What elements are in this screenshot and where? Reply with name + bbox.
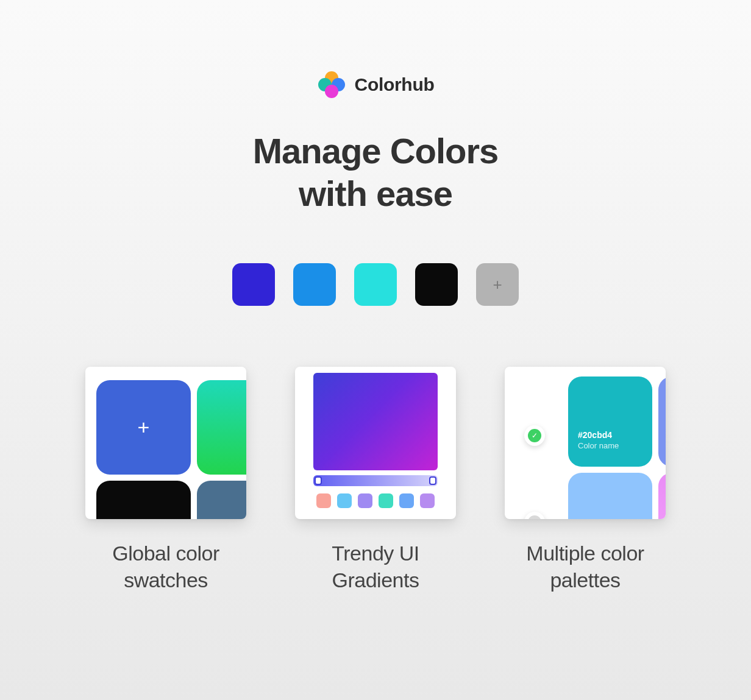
brand-name: Colorhub — [355, 74, 435, 95]
gradient-preview — [313, 373, 438, 470]
palette-color-name: Color name — [578, 441, 642, 450]
brand-header: Colorhub — [0, 70, 751, 99]
gradient-preset[interactable] — [358, 493, 372, 508]
hero-title: Manage Colors with ease — [0, 130, 751, 214]
gradient-preset[interactable] — [337, 493, 352, 508]
feature-card-palettes[interactable]: #20cbd4 Color name ✓ — [505, 367, 666, 519]
gradient-preset[interactable] — [399, 493, 414, 508]
gradient-presets — [313, 493, 438, 508]
logo-icon — [317, 70, 346, 99]
feature-palettes: #20cbd4 Color name ✓ Multiple color pale… — [505, 367, 666, 593]
gradient-preset[interactable] — [316, 493, 331, 508]
feature-card-gradients[interactable] — [295, 367, 456, 519]
feature-gradients: Trendy UI Gradients — [295, 367, 456, 593]
palette-unselected-indicator[interactable] — [524, 512, 545, 519]
features-row: + Global color swatches — [0, 367, 751, 593]
palette-hex: #20cbd4 — [578, 430, 642, 440]
gradient-preset[interactable] — [379, 493, 393, 508]
check-icon: ✓ — [528, 429, 541, 442]
feature-card-swatches[interactable]: + — [85, 367, 246, 519]
swatch-row: + — [0, 263, 751, 306]
palette-tile-lightblue — [568, 473, 652, 519]
circle-icon — [528, 515, 541, 519]
slider-handle-left[interactable] — [315, 476, 322, 485]
feature-title: Global color swatches — [112, 540, 219, 593]
slider-handle-right[interactable] — [429, 476, 436, 485]
palette-tile-teal[interactable]: #20cbd4 Color name — [568, 377, 652, 467]
swatch-tile-steel — [197, 481, 246, 519]
hero-title-line1: Manage Colors — [253, 131, 499, 171]
feature-title: Trendy UI Gradients — [332, 540, 419, 593]
gradient-slider[interactable] — [313, 475, 438, 486]
palette-tile-pink — [658, 473, 666, 519]
swatch-4[interactable] — [415, 263, 458, 306]
plus-icon: + — [493, 275, 502, 294]
swatch-2[interactable] — [293, 263, 336, 306]
feature-title: Multiple color palettes — [526, 540, 644, 593]
palette-tile-blue — [658, 377, 666, 467]
swatch-1[interactable] — [232, 263, 275, 306]
swatch-tile-main[interactable]: + — [96, 380, 191, 475]
swatch-tile-green — [197, 380, 246, 475]
hero-title-line2: with ease — [299, 174, 452, 213]
swatch-3[interactable] — [354, 263, 397, 306]
feature-global-swatches: + Global color swatches — [85, 367, 246, 593]
palette-selected-indicator[interactable]: ✓ — [524, 425, 545, 446]
gradient-preset[interactable] — [420, 493, 435, 508]
add-swatch-button[interactable]: + — [476, 263, 519, 306]
plus-icon: + — [138, 415, 150, 439]
swatch-tile-black — [96, 481, 191, 519]
